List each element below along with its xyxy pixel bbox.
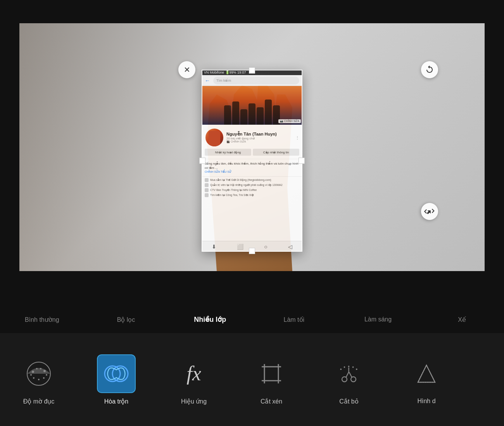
svg-point-28 (352, 366, 354, 368)
svg-point-9 (30, 374, 32, 376)
cutout-icon (337, 362, 361, 385)
mode-bar: Bình thường Bộ lọc Nhiều lớp Làm tối Làm… (0, 306, 504, 333)
svg-marker-31 (418, 365, 435, 382)
bio-text: Sống ngẫu lâm, đều khóc thầm, thích hồng… (205, 161, 299, 170)
fx-label: Hiệu ứng (181, 398, 207, 405)
more-options: ⋮ (295, 136, 299, 140)
person-sil-3 (240, 109, 247, 125)
rotate-icon (425, 65, 434, 74)
crop-icon (260, 362, 283, 385)
svg-point-26 (344, 366, 345, 368)
tool-cat-xen[interactable]: Cắt xén (233, 350, 310, 409)
blur-icon (25, 360, 52, 387)
mode-binh-thuong[interactable]: Bình thường (0, 312, 84, 327)
phone-edit-cover-label: 📷 CHỈNH SỬA (278, 119, 301, 123)
info-item-1: Mua sắm tại Thế Giới Di Động (thegioidid… (205, 178, 299, 182)
update-btn: Cập nhật thông tin (253, 149, 299, 156)
svg-point-2 (36, 368, 38, 369)
blend-label: Hòa trộn (104, 398, 128, 405)
cutout-label: Cắt bỏ (339, 398, 358, 405)
info-item-3: CTV Bán Truyền Thông tại MIN Coffee (205, 188, 299, 192)
info-icon-1 (205, 178, 209, 182)
phone-nav-bar: ← Tìm kiếm (202, 75, 302, 86)
svg-marker-30 (418, 365, 435, 382)
tool-do-mo-duc[interactable]: Độ mờ đục (0, 350, 78, 409)
tool-hieu-ung[interactable]: fx Hiệu ứng (155, 350, 233, 409)
phone-nav-back: ◁ (288, 244, 292, 250)
svg-line-24 (349, 372, 352, 377)
crop-label: Cắt xén (261, 398, 282, 405)
svg-point-27 (348, 366, 350, 367)
tool-cat-bo[interactable]: Cắt bỏ (310, 350, 388, 409)
profile-subtitle: 20 bài viết đang chờ (226, 137, 277, 140)
svg-point-29 (356, 368, 357, 370)
info-icon-3 (205, 188, 209, 192)
phone-nav-download: ⬇ (212, 244, 216, 250)
cutout-icon-wrapper (330, 354, 368, 393)
svg-point-5 (46, 374, 47, 376)
person-sil-4 (249, 103, 255, 125)
phone-cover-photo: 📷 CHỈNH SỬA (202, 86, 302, 125)
fx-icon: fx (186, 362, 201, 385)
svg-point-3 (40, 368, 41, 369)
phone-bottom-nav: ⬇ ⬜ ○ ◁ (202, 241, 302, 252)
mode-lam-toi[interactable]: Làm tối (252, 312, 336, 327)
shape-icon-wrapper (407, 354, 446, 393)
bio-edit-link: CHỈNH SỬA TIỂU SỬ (205, 170, 299, 174)
mode-nhieu-lop[interactable]: Nhiều lớp (168, 311, 252, 328)
svg-rect-12 (264, 367, 278, 381)
tool-hinh-d[interactable]: Hình d (388, 350, 465, 409)
info-item-2: Quản trị viên tại Hội những người phát c… (205, 183, 299, 187)
profile-info: Nguyễn Tân (Taan Huyn) 20 bài viết đang … (226, 132, 277, 143)
info-item-4: Tìm kiếm tại Công Tea, Trà Sữa Việt (205, 193, 299, 197)
info-icon-2 (205, 183, 209, 187)
profile-name: Nguyễn Tân (Taan Huyn) (226, 132, 277, 137)
svg-point-25 (340, 368, 342, 370)
tool-bar: Độ mờ đục Hòa trộn fx Hiệu ứng (0, 333, 504, 426)
person-sil-1 (224, 105, 231, 125)
profile-pic-row: Nguyễn Tân (Taan Huyn) 20 bài viết đang … (205, 128, 299, 147)
svg-point-6 (43, 377, 45, 379)
phone-search-bar: Tìm kiếm (213, 77, 299, 84)
blur-label: Độ mờ đục (23, 398, 55, 405)
svg-line-23 (346, 372, 349, 377)
shape-label: Hình d (417, 398, 435, 405)
phone-edit-video: 🎬 CHỈNH SỬA (226, 140, 277, 143)
tool-hoa-tron[interactable]: Hòa trộn (78, 350, 155, 409)
person-inner (209, 131, 220, 146)
mode-bo-loc[interactable]: Bộ lọc (84, 312, 168, 327)
phone-profile-area: Nguyễn Tân (Taan Huyn) 20 bài viết đang … (202, 125, 302, 159)
phone-nav-circle: ○ (264, 244, 267, 250)
blend-icon-wrapper (97, 354, 136, 393)
phone-overlay: VN Mobifone 🔋99% 19:07 ← Tìm kiếm 📷 CHỈN… (202, 70, 302, 252)
phone-info-list: Mua sắm tại Thế Giới Di Động (thegioidid… (202, 177, 302, 200)
mode-xe[interactable]: Xế (420, 312, 504, 327)
blur-icon-wrapper (19, 354, 58, 393)
svg-point-1 (32, 371, 34, 373)
profile-picture (205, 128, 224, 147)
person-sil-6 (265, 100, 272, 125)
canvas-area: VN Mobifone 🔋99% 19:07 ← Tìm kiếm 📷 CHỈN… (19, 23, 485, 271)
rotate-button[interactable] (421, 61, 438, 78)
phone-nav-square: ⬜ (237, 244, 243, 250)
shape-icon (415, 362, 438, 385)
back-arrow-icon: ← (205, 77, 210, 84)
close-icon: ✕ (184, 65, 190, 74)
resize-icon (423, 205, 436, 218)
person-sil-2 (232, 101, 239, 125)
close-button[interactable]: ✕ (178, 61, 195, 78)
crop-icon-wrapper (252, 354, 291, 393)
person-sil-5 (257, 107, 264, 125)
svg-point-7 (38, 379, 40, 380)
phone-bio-section: Sống ngẫu lâm, đều khóc thầm, thích hồng… (202, 159, 302, 177)
blend-icon (103, 360, 130, 387)
phone-status-bar: VN Mobifone 🔋99% 19:07 (202, 70, 302, 75)
fx-icon-wrapper: fx (174, 354, 213, 393)
phone-actions-row: Nhật ký hoạt động Cập nhật thông tin (205, 149, 299, 156)
activity-btn: Nhật ký hoạt động (205, 149, 251, 156)
info-icon-4 (205, 193, 209, 197)
svg-point-8 (33, 377, 35, 379)
svg-point-4 (43, 370, 46, 372)
mode-lam-sang[interactable]: Làm sáng (336, 312, 420, 327)
